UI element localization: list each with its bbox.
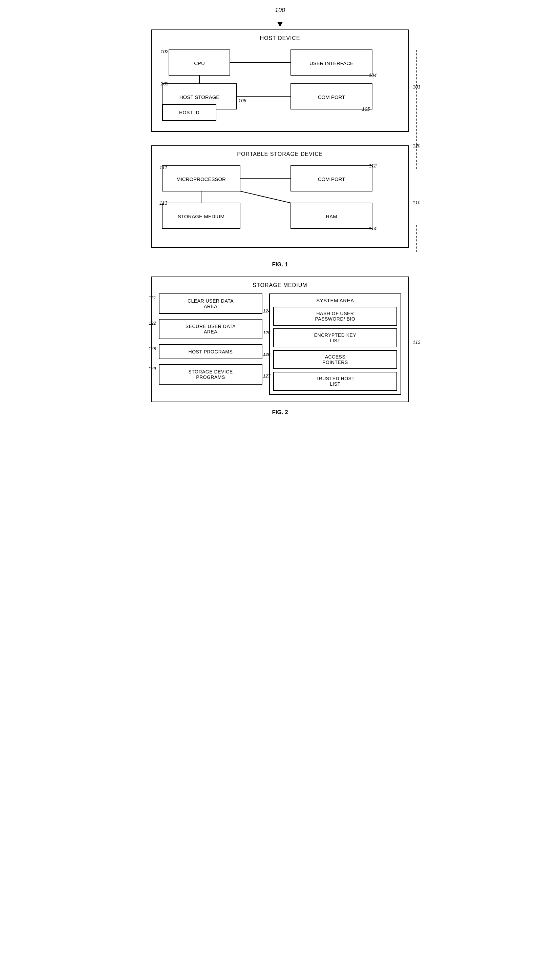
svg-text:USER INTERFACE: USER INTERFACE <box>310 60 353 66</box>
ref-125: 125 <box>263 330 271 335</box>
host-id-box: HOST ID <box>162 104 216 121</box>
clear-user-data-label: CLEAR USER DATAAREA <box>188 298 234 309</box>
encrypted-key-wrapper: ENCRYPTED KEYLIST 125 <box>273 328 397 350</box>
access-pointers-wrapper: ACCESSPOINTERS 126 <box>273 350 397 372</box>
trusted-host-label: TRUSTED HOSTLIST <box>316 376 355 387</box>
access-pointers-box: ACCESSPOINTERS <box>273 350 397 369</box>
access-pointers-label: ACCESSPOINTERS <box>322 354 348 365</box>
arrow-line <box>280 14 280 21</box>
ref-110: 110 <box>413 200 420 205</box>
svg-text:MICROPROCESSOR: MICROPROCESSOR <box>176 176 226 182</box>
svg-text:HOST STORAGE: HOST STORAGE <box>179 94 220 100</box>
svg-text:105: 105 <box>362 106 370 112</box>
trusted-host-wrapper: TRUSTED HOSTLIST 127 <box>273 372 397 391</box>
svg-text:111: 111 <box>160 165 167 170</box>
svg-text:106: 106 <box>238 98 247 103</box>
fig2-inner-layout: CLEAR USER DATAAREA 121 SECURE USER DATA… <box>159 293 401 395</box>
ref-113-fig2: 113 <box>413 339 420 345</box>
dashed-line-right2 <box>416 145 417 169</box>
ref-128: 128 <box>149 346 156 351</box>
hash-box: HASH OF USERPASSWORD/ BIO <box>273 307 397 326</box>
svg-text:CPU: CPU <box>194 60 205 66</box>
hash-label: HASH OF USERPASSWORD/ BIO <box>315 311 355 322</box>
trusted-host-box: TRUSTED HOSTLIST <box>273 372 397 391</box>
svg-text:RAM: RAM <box>326 214 337 219</box>
dashed-line-right3 <box>416 225 417 252</box>
encrypted-key-label: ENCRYPTED KEYLIST <box>314 332 356 343</box>
fig1-label: FIG. 1 <box>272 261 288 268</box>
ref-124: 124 <box>263 308 271 314</box>
ref-121: 121 <box>149 295 156 300</box>
fig2-left-column: CLEAR USER DATAAREA 121 SECURE USER DATA… <box>159 293 263 395</box>
ref-126: 126 <box>263 352 271 357</box>
secure-user-data-label: SECURE USER DATAAREA <box>185 324 236 335</box>
fig2-label: FIG. 2 <box>272 409 288 416</box>
secure-user-data-box: SECURE USER DATAAREA <box>159 319 263 339</box>
arrow-down-icon <box>277 22 283 27</box>
top-arrow: 100 <box>275 7 285 27</box>
svg-line-26 <box>240 191 291 203</box>
svg-text:113: 113 <box>160 200 168 206</box>
svg-text:COM PORT: COM PORT <box>318 94 345 100</box>
clear-user-data-box: CLEAR USER DATAAREA <box>159 293 263 314</box>
ref-122: 122 <box>149 320 156 326</box>
svg-text:112: 112 <box>369 163 377 168</box>
dashed-line-right <box>416 50 417 148</box>
storage-medium-title: STORAGE MEDIUM <box>159 282 401 289</box>
ref-129: 129 <box>149 366 156 371</box>
storage-device-programs-wrapper: STORAGE DEVICEPROGRAMS 129 <box>159 364 263 385</box>
portable-storage-box: PORTABLE STORAGE DEVICE MICROPROCESSOR C… <box>151 145 409 248</box>
clear-user-data-wrapper: CLEAR USER DATAAREA 121 <box>159 293 263 314</box>
secure-user-data-wrapper: SECURE USER DATAAREA 122 <box>159 319 263 339</box>
host-device-box: HOST DEVICE CPU HOST STORAGE USER INTERF… <box>151 30 409 132</box>
encrypted-key-box: ENCRYPTED KEYLIST <box>273 328 397 347</box>
svg-text:102: 102 <box>160 49 169 54</box>
svg-text:114: 114 <box>369 226 377 231</box>
storage-device-programs-box: STORAGE DEVICEPROGRAMS <box>159 364 263 385</box>
storage-device-programs-label: STORAGE DEVICEPROGRAMS <box>188 369 233 380</box>
storage-medium-outer-box: STORAGE MEDIUM CLEAR USER DATAAREA 121 S… <box>151 276 409 402</box>
svg-text:STORAGE MEDIUM: STORAGE MEDIUM <box>178 214 225 219</box>
diagram-container: 100 HOST DEVICE CPU HOST STORAGE <box>147 7 413 424</box>
system-area-title: SYSTEM AREA <box>273 298 397 303</box>
host-programs-box: HOST PROGRAMS <box>159 344 263 359</box>
portable-storage-title: PORTABLE STORAGE DEVICE <box>159 151 401 157</box>
svg-text:COM PORT: COM PORT <box>318 176 345 182</box>
svg-text:103: 103 <box>160 81 169 86</box>
host-device-title: HOST DEVICE <box>159 35 401 41</box>
top-ref-label: 100 <box>275 7 285 14</box>
host-programs-label: HOST PROGRAMS <box>188 349 233 354</box>
system-area-box: SYSTEM AREA HASH OF USERPASSWORD/ BIO 12… <box>269 293 401 395</box>
portable-connectors-svg: MICROPROCESSOR COM PORT STORAGE MEDIUM R… <box>159 162 403 240</box>
svg-text:104: 104 <box>369 73 377 78</box>
hash-wrapper: HASH OF USERPASSWORD/ BIO 124 <box>273 307 397 328</box>
host-programs-wrapper: HOST PROGRAMS 128 <box>159 344 263 359</box>
ref-127: 127 <box>263 373 271 379</box>
